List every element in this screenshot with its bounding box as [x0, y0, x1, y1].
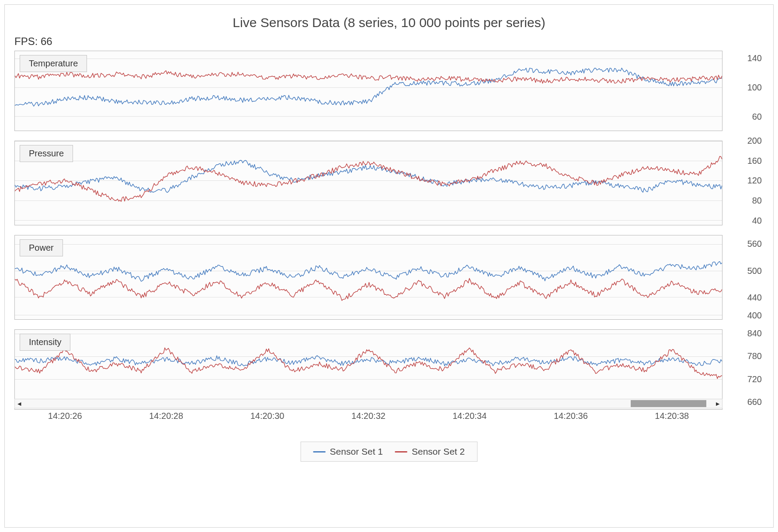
series-svg-pressure [15, 141, 722, 225]
series-line-power-set1 [15, 262, 722, 281]
pane-label-power: Power [20, 239, 63, 256]
y-tick: 80 [752, 195, 762, 205]
panel-intensity: 660720780840Intensity [14, 329, 764, 410]
x-tick: 14:20:30 [250, 411, 285, 421]
y-tick: 200 [747, 136, 762, 146]
y-tick: 60 [752, 111, 762, 121]
pane-label-pressure: Pressure [20, 145, 73, 162]
scroll-thumb[interactable] [631, 400, 707, 407]
y-tick: 720 [747, 374, 762, 384]
pane-label-temperature: Temperature [20, 55, 87, 72]
y-tick: 160 [747, 155, 762, 166]
y-tick: 780 [747, 351, 762, 361]
y-axis-temperature: 60100140 [725, 51, 764, 131]
scroll-track[interactable] [24, 399, 713, 408]
x-tick: 14:20:28 [149, 411, 183, 421]
plot-area-intensity[interactable] [14, 329, 722, 410]
series-svg-temperature [15, 51, 722, 131]
legend-label-1: Sensor Set 1 [330, 446, 383, 457]
panels-container: 60100140Temperature4080120160200Pressure… [14, 51, 764, 410]
series-line-pressure-set2 [15, 156, 722, 201]
legend-item-series1[interactable]: Sensor Set 1 [313, 446, 383, 457]
y-axis-pressure: 4080120160200 [725, 141, 764, 225]
x-tick: 14:20:36 [554, 411, 588, 421]
legend-swatch-1 [313, 451, 326, 453]
plot-area-temperature[interactable] [14, 51, 722, 131]
legend-swatch-2 [395, 451, 407, 453]
fps-label: FPS: 66 [14, 35, 52, 48]
panel-temperature: 60100140Temperature [14, 51, 764, 131]
y-tick: 560 [747, 239, 762, 249]
plot-area-power[interactable] [14, 235, 722, 320]
series-svg-power [15, 235, 722, 319]
y-tick: 840 [747, 328, 762, 338]
chart-title: Live Sensors Data (8 series, 10 000 poin… [5, 15, 773, 30]
legend-label-2: Sensor Set 2 [412, 446, 465, 457]
y-tick: 140 [747, 53, 762, 63]
y-tick: 100 [747, 82, 762, 92]
y-tick: 400 [747, 310, 762, 320]
legend: Sensor Set 1 Sensor Set 2 [301, 442, 478, 462]
y-tick: 40 [752, 215, 762, 225]
x-axis: 14:20:2614:20:2814:20:3014:20:3214:20:34… [14, 411, 722, 428]
series-line-intensity-set2 [15, 348, 722, 378]
x-tick: 14:20:32 [351, 411, 386, 421]
y-axis-power: 400440500560 [725, 235, 764, 320]
plot-area-pressure[interactable] [14, 141, 722, 225]
scroll-left-button[interactable]: ◀ [15, 399, 24, 408]
pane-label-intensity: Intensity [20, 334, 70, 351]
y-tick: 500 [747, 266, 762, 276]
x-scrollbar[interactable]: ◀ ▶ [14, 399, 722, 408]
panel-pressure: 4080120160200Pressure [14, 141, 764, 225]
series-line-temperature-set2 [15, 71, 722, 83]
legend-item-series2[interactable]: Sensor Set 2 [395, 446, 465, 457]
y-axis-intensity: 660720780840 [725, 329, 764, 410]
x-tick: 14:20:38 [655, 411, 689, 421]
scroll-right-button[interactable]: ▶ [713, 399, 722, 408]
y-tick: 660 [747, 397, 762, 407]
series-line-intensity-set1 [15, 356, 722, 366]
series-line-power-set2 [15, 278, 722, 301]
series-svg-intensity [15, 330, 722, 409]
x-tick: 14:20:34 [452, 411, 486, 421]
x-tick: 14:20:26 [48, 411, 82, 421]
chart-frame: Live Sensors Data (8 series, 10 000 poin… [4, 4, 774, 528]
panel-power: 400440500560Power [14, 235, 764, 320]
y-tick: 440 [747, 292, 762, 302]
y-tick: 120 [747, 176, 762, 186]
